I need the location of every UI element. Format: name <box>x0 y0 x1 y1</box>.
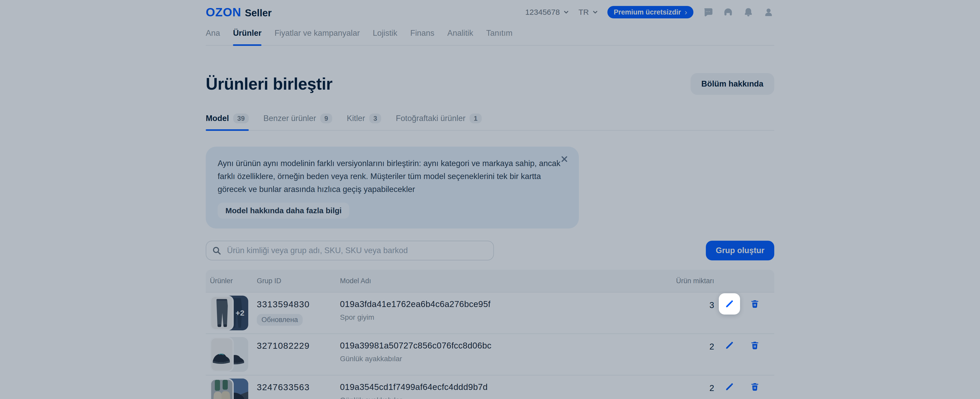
tab-count-badge: 1 <box>469 113 482 123</box>
top-bar: OZON Seller 12345678 TR Premium ücretsiz… <box>206 5 774 19</box>
close-icon <box>560 155 568 163</box>
account-selector[interactable]: 12345678 <box>525 8 570 17</box>
group-id-cell: 3271082229 <box>257 334 340 375</box>
row-actions <box>714 334 774 375</box>
product-thumbnails[interactable] <box>206 375 257 399</box>
pencil-icon <box>724 382 734 392</box>
group-id-cell: 3247633563 <box>257 375 340 399</box>
active-nav-underline <box>233 44 261 46</box>
tab-label: Model <box>206 114 229 123</box>
page-title: Ürünleri birleştir <box>206 74 332 94</box>
nav-item-analitik[interactable]: Analitik <box>447 29 473 38</box>
edit-group-button[interactable] <box>719 335 740 356</box>
edit-group-button[interactable] <box>719 376 740 397</box>
model-name: 019a3fda41e1762ea6b4c6a276bce95f <box>340 299 673 309</box>
nav-item-finans[interactable]: Finans <box>410 29 434 38</box>
product-count: 3 <box>673 292 714 334</box>
profile-button[interactable] <box>763 6 774 18</box>
pants-image <box>211 297 232 329</box>
model-cell: 019a39981a50727c856c076fcc8d06bc Günlük … <box>340 334 673 375</box>
top-bar-right: 12345678 TR Premium ücretsizdir › <box>525 6 774 18</box>
notifications-button[interactable] <box>743 6 754 18</box>
product-thumb <box>210 296 234 330</box>
nav-item-lojistik[interactable]: Lojistik <box>373 29 398 38</box>
row-actions <box>714 292 774 334</box>
tab-count-badge: 39 <box>233 113 249 123</box>
content-tabs: Model 39 Benzer ürünler 9 Kitler 3 Fotoğ… <box>206 113 774 130</box>
headset-icon <box>723 7 733 17</box>
status-badge: Обновлена <box>257 314 303 326</box>
tab-label: Kitler <box>347 114 365 123</box>
nav-item-urunler[interactable]: Ürünler <box>233 29 261 38</box>
title-row: Ürünleri birleştir Bölüm hakkında <box>206 73 774 95</box>
nav-item-tanitim[interactable]: Tanıtım <box>486 29 512 38</box>
tab-model[interactable]: Model 39 <box>206 113 249 123</box>
product-thumbnails[interactable]: +2 <box>206 292 257 334</box>
model-name: 019a39981a50727c856c076fcc8d06bc <box>340 341 673 351</box>
model-category: Spor giyim <box>340 313 673 321</box>
delete-group-button[interactable] <box>744 335 765 356</box>
product-thumb <box>210 378 234 399</box>
delete-group-button[interactable] <box>744 293 765 315</box>
row-actions <box>714 375 774 399</box>
search-input[interactable] <box>206 241 494 261</box>
nav-item-fiyatlar[interactable]: Fiyatlar ve kampanyalar <box>274 29 360 38</box>
model-name: 019a3545cd1f7499af64ecfc4ddd9b7d <box>340 382 673 392</box>
groups-table: Ürünler Grup ID Model Adı Ürün miktarı +… <box>206 270 774 399</box>
tab-count-badge: 9 <box>320 113 332 123</box>
chevron-right-icon: › <box>685 8 687 16</box>
banner-text: Aynı ürünün aynı modelinin farklı versiy… <box>218 157 562 196</box>
model-cell: 019a3fda41e1762ea6b4c6a276bce95f Spor gi… <box>340 292 673 334</box>
group-id: 3313594830 <box>257 299 340 309</box>
nav-item-label: Ürünler <box>233 29 261 38</box>
product-count: 2 <box>673 334 714 375</box>
support-button[interactable] <box>722 6 734 18</box>
tab-benzer-urunler[interactable]: Benzer ürünler 9 <box>263 113 332 123</box>
model-cell: 019a3545cd1f7499af64ecfc4ddd9b7d Günlük … <box>340 375 673 399</box>
ozon-seller-logo[interactable]: OZON Seller <box>206 5 272 19</box>
product-count: 2 <box>673 375 714 399</box>
group-id-cell: 3313594830 Обновлена <box>257 292 340 334</box>
premium-label: Premium ücretsizdir <box>614 8 681 16</box>
tab-label: Benzer ürünler <box>263 114 316 123</box>
tab-kitler[interactable]: Kitler 3 <box>347 113 381 123</box>
page-container: OZON Seller 12345678 TR Premium ücretsiz… <box>206 5 774 399</box>
model-category: Günlük ayakkabılar <box>340 355 673 363</box>
model-info-button[interactable]: Model hakkında daha fazla bilgi <box>218 203 349 219</box>
person-icon <box>764 7 773 17</box>
chat-button[interactable] <box>702 6 714 18</box>
product-thumbnails[interactable] <box>206 334 257 375</box>
group-id: 3247633563 <box>257 382 340 392</box>
banner-close-button[interactable] <box>559 154 570 164</box>
chevron-down-icon <box>592 9 598 16</box>
premium-button[interactable]: Premium ücretsizdir › <box>608 6 694 18</box>
search-box <box>206 241 494 261</box>
table-row: 3271082229 019a39981a50727c856c076fcc8d0… <box>206 334 774 375</box>
chat-icon <box>703 7 713 17</box>
table-header: Ürünler Grup ID Model Adı Ürün miktarı <box>206 270 774 292</box>
col-group-id: Grup ID <box>257 277 340 285</box>
model-category: Günlük ayakkabılar <box>340 396 673 399</box>
account-id: 12345678 <box>525 8 560 17</box>
delete-group-button[interactable] <box>744 376 765 397</box>
col-products: Ürünler <box>206 277 257 285</box>
nav-item-ana[interactable]: Ana <box>206 29 220 38</box>
pencil-icon <box>724 299 734 309</box>
edit-group-button[interactable] <box>719 293 740 315</box>
table-row: +2 3313594830 Обновлена 019a3fda41e1762e… <box>206 292 774 334</box>
table-row: 3247633563 019a3545cd1f7499af64ecfc4ddd9… <box>206 375 774 399</box>
tab-label: Fotoğraftaki ürünler <box>396 114 465 123</box>
search-row: Grup oluştur <box>206 241 774 261</box>
tab-fotograftaki-urunler[interactable]: Fotoğraftaki ürünler 1 <box>396 113 482 123</box>
locale-selector[interactable]: TR <box>578 8 598 17</box>
create-group-button[interactable]: Grup oluştur <box>706 241 774 261</box>
search-icon <box>212 246 221 255</box>
col-model-name: Model Adı <box>340 277 673 285</box>
main-nav: Ana Ürünler Fiyatlar ve kampanyalar Loji… <box>206 29 774 46</box>
about-section-button[interactable]: Bölüm hakkında <box>690 73 774 95</box>
pencil-icon <box>724 340 734 350</box>
trash-icon <box>750 340 760 350</box>
tab-count-badge: 3 <box>369 113 381 123</box>
info-banner: Aynı ürünün aynı modelinin farklı versiy… <box>206 147 579 229</box>
shoe-image <box>211 339 232 370</box>
